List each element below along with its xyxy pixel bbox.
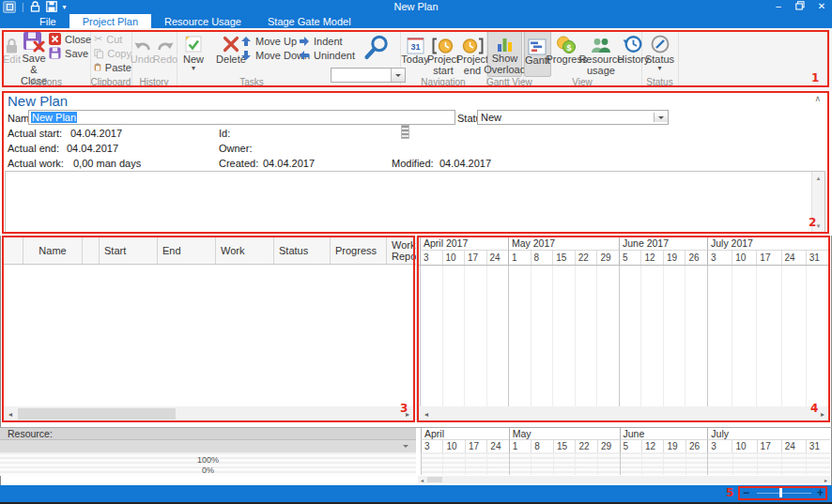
edit-button[interactable]: Edit xyxy=(3,30,21,77)
tab-resource-usage[interactable]: Resource Usage xyxy=(151,14,254,28)
project-end-button[interactable]: Project end xyxy=(458,30,486,77)
gantt-body[interactable] xyxy=(417,265,830,406)
gantt-chart: April 2017May 2017June 2017July 2017 310… xyxy=(417,237,830,406)
new-caret-icon: ▾ xyxy=(192,66,195,71)
tab-file[interactable]: File xyxy=(26,14,69,28)
timeline-body-column xyxy=(707,266,732,406)
grid-column-header[interactable]: Progress xyxy=(331,237,387,264)
undo-button[interactable]: Undo xyxy=(132,30,153,77)
timeline-body-column xyxy=(508,266,531,406)
timeline-week-cell: 26 xyxy=(685,251,707,265)
ribbon-group-tasks: New ▾ Delete Move Up Move Down xyxy=(177,30,401,88)
restore-button[interactable] xyxy=(793,1,807,13)
capacity-100-label: 100% xyxy=(0,455,416,465)
grid-column-header[interactable]: Start xyxy=(100,237,158,264)
resource-horizontal-scrollbar[interactable]: ◂ ▸ xyxy=(418,476,830,483)
timeline-body-column xyxy=(781,452,806,475)
close-icon xyxy=(49,33,61,45)
timeline-week-cell: 24 xyxy=(781,251,806,265)
name-input[interactable]: New Plan xyxy=(28,110,455,125)
svg-text:31: 31 xyxy=(410,42,420,52)
zoom-out-button[interactable]: − xyxy=(743,486,749,499)
tab-stage-gate-model[interactable]: Stage Gate Model xyxy=(254,14,364,28)
name-input-selected-text: New Plan xyxy=(31,112,77,123)
actual-work-value: 0,00 man days xyxy=(73,158,141,169)
actual-work-label: Actual work: xyxy=(8,158,64,169)
show-overload-button[interactable]: Show Overload xyxy=(487,30,522,77)
scroll-down-icon[interactable]: ▾ xyxy=(812,220,824,232)
scroll-left-icon[interactable]: ◂ xyxy=(420,406,433,421)
minimize-button[interactable]: – xyxy=(772,1,785,12)
status-combobox[interactable]: New xyxy=(477,110,669,125)
grid-column-header[interactable] xyxy=(3,237,23,264)
timeline-week-cell: 19 xyxy=(663,251,686,265)
paste-button[interactable]: Paste xyxy=(94,60,131,74)
ribbon-group-clipboard: ✂ Cut Copy Paste Clipboard xyxy=(90,30,132,88)
zoom-control: − + xyxy=(738,486,827,499)
collapse-form-chevron-icon[interactable]: ∧ xyxy=(814,94,821,103)
scroll-left-icon[interactable]: ◂ xyxy=(418,476,426,483)
copy-button[interactable]: Copy xyxy=(94,46,131,60)
cut-icon: ✂ xyxy=(94,33,102,45)
timeline-month-cell: July xyxy=(707,428,830,440)
description-textarea[interactable]: ▴ ▾ xyxy=(5,171,825,233)
task-grid-horizontal-scrollbar[interactable]: ◂ ▸ xyxy=(3,406,415,421)
timeline-body-column xyxy=(552,266,575,406)
today-button[interactable]: 31 Today xyxy=(402,30,428,77)
resource-body[interactable] xyxy=(418,452,830,475)
timeline-body-column xyxy=(663,452,685,475)
grid-column-header[interactable]: Status xyxy=(274,237,331,264)
search-icon[interactable] xyxy=(362,34,390,64)
scroll-up-icon[interactable]: ▴ xyxy=(812,172,824,184)
timeline-week-cell: 17 xyxy=(757,440,781,452)
grid-column-header[interactable]: Name xyxy=(23,237,83,264)
timeline-body-column xyxy=(486,452,508,475)
scroll-right-icon[interactable]: ▸ xyxy=(815,406,830,421)
lock-icon xyxy=(4,31,20,54)
scroll-right-icon[interactable]: ▸ xyxy=(822,476,830,483)
scrollbar-thumb[interactable] xyxy=(18,408,176,420)
task-filter-combobox[interactable] xyxy=(331,68,406,83)
unindent-button[interactable]: Unindent xyxy=(299,48,355,62)
indent-button[interactable]: Indent xyxy=(299,34,355,48)
grid-column-header[interactable]: End xyxy=(158,237,216,264)
project-end-icon xyxy=(461,31,484,54)
zoom-slider-track[interactable] xyxy=(757,493,811,494)
status-button[interactable]: Status ▾ xyxy=(643,30,677,77)
progress-view-button[interactable]: $ Progress xyxy=(551,30,582,77)
task-grid-body[interactable] xyxy=(3,265,416,405)
actual-end-value: 04.04.2017 xyxy=(67,143,118,154)
close-button[interactable]: Close xyxy=(49,32,91,46)
grid-column-header[interactable]: Work xyxy=(216,237,274,264)
scroll-right-icon[interactable]: ▸ xyxy=(400,406,415,421)
timeline-week-cell: 22 xyxy=(575,251,597,265)
close-window-button[interactable]: ✕ xyxy=(815,1,828,12)
grid-column-header[interactable] xyxy=(83,237,100,264)
status-combo-dropdown-icon[interactable] xyxy=(654,113,668,122)
timeline-body-column xyxy=(806,452,830,475)
grid-column-header[interactable]: Work Reported xyxy=(387,237,416,264)
timeline-week-cell: 5 xyxy=(619,251,641,265)
timeline-week-cell: 12 xyxy=(641,440,663,452)
timeline-body-column xyxy=(597,452,620,475)
new-task-button[interactable]: New ▾ xyxy=(178,30,208,71)
tab-project-plan[interactable]: Project Plan xyxy=(69,14,151,28)
project-start-button[interactable]: Project start xyxy=(428,30,458,77)
resource-usage-view-button[interactable]: Resource usage xyxy=(582,30,620,77)
timeline-week-cell: 3 xyxy=(421,440,442,452)
timeline-week-cell: 24 xyxy=(486,251,509,265)
save-and-close-button[interactable]: Save & Close xyxy=(21,30,47,77)
timeline-week-cell: 17 xyxy=(464,251,486,265)
resource-combobox[interactable] xyxy=(0,440,416,453)
cut-button[interactable]: ✂ Cut xyxy=(94,32,131,46)
gantt-horizontal-scrollbar[interactable]: ◂ ▸ xyxy=(418,406,830,421)
zoom-in-button[interactable]: + xyxy=(817,486,824,499)
window-title: New Plan xyxy=(0,0,832,14)
save-button[interactable]: Save xyxy=(49,46,91,60)
scroll-left-icon[interactable]: ◂ xyxy=(3,406,18,421)
redo-button[interactable]: Redo xyxy=(155,30,176,77)
zoom-slider-thumb[interactable] xyxy=(779,488,782,497)
scrollbar-thumb[interactable] xyxy=(427,477,442,482)
notes-vertical-scrollbar[interactable]: ▴ ▾ xyxy=(811,172,824,232)
timeline-week-cell: 15 xyxy=(553,440,576,452)
